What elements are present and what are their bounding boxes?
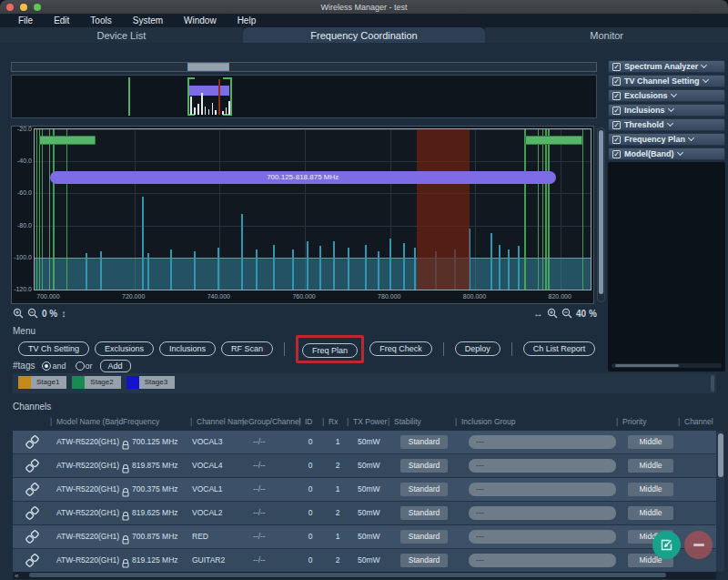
- panel-section-tv-channel-setting[interactable]: ✓TV Channel Setting: [608, 75, 725, 87]
- channel-row[interactable]: ATW-R5220(GH1)700.375 MHzVOCAL1--/--0150…: [13, 478, 716, 501]
- link-icon[interactable]: [25, 483, 39, 500]
- stability-dropdown[interactable]: Standard: [400, 530, 448, 544]
- panel-section-spectrum-analyzer[interactable]: ✓Spectrum Analyzer: [608, 60, 725, 73]
- frequency-plan-bar[interactable]: 700.125-818.875 MHz: [50, 171, 556, 184]
- channels-vscroll-thumb[interactable]: [718, 433, 723, 477]
- checkbox-icon[interactable]: ✓: [612, 136, 621, 144]
- panel-section-model-band-[interactable]: ✓Model(Band): [608, 148, 725, 160]
- channels-vscrollbar[interactable]: [716, 431, 724, 572]
- edit-channels-button[interactable]: [652, 531, 681, 559]
- vertical-resize-icon[interactable]: ↕: [61, 308, 66, 319]
- panel-section-frequency-plan[interactable]: ✓Frequency Plan: [608, 133, 725, 146]
- chevron-down-icon[interactable]: [701, 62, 707, 68]
- tag-chip-stage1[interactable]: Stage1: [18, 376, 66, 389]
- channel-row[interactable]: ATW-R5220(GH1)700.125 MHzVOCAL3--/--0150…: [13, 431, 716, 453]
- checkbox-icon[interactable]: ✓: [612, 63, 621, 71]
- chart-vscroll-thumb[interactable]: [599, 130, 603, 294]
- chart-vscrollbar[interactable]: [597, 127, 605, 302]
- spectrum-minimap[interactable]: [11, 75, 597, 118]
- overview-scroll-thumb[interactable]: [187, 63, 230, 71]
- channel-row[interactable]: ATW-R5220(GH1)819.625 MHzVOCAL2--/--0250…: [13, 502, 716, 524]
- link-icon[interactable]: [25, 506, 39, 524]
- spectrum-analyzer-chart[interactable]: 700.125-818.875 MHz -20.0-40.0-60.0-80.0…: [11, 126, 594, 304]
- checkbox-icon[interactable]: ✓: [612, 150, 621, 158]
- h-zoom-in-icon[interactable]: [547, 308, 558, 319]
- radio-or[interactable]: or: [76, 361, 93, 371]
- freq-check-button[interactable]: Freq Check: [369, 341, 432, 356]
- tab-device-list[interactable]: Device List: [0, 27, 243, 43]
- stability-dropdown[interactable]: Standard: [400, 435, 448, 449]
- chevron-down-icon[interactable]: [702, 76, 708, 83]
- chevron-down-icon[interactable]: [688, 135, 694, 141]
- panel-section-exclusions[interactable]: ✓Exclusions: [608, 89, 725, 102]
- horizontal-resize-icon[interactable]: ↔: [533, 308, 543, 319]
- inclusion-group-field[interactable]: ---: [469, 506, 616, 520]
- priority-dropdown[interactable]: Middle: [628, 483, 673, 496]
- checkbox-icon[interactable]: ✓: [612, 121, 621, 129]
- tag-chip-stage3[interactable]: Stage3: [126, 376, 175, 389]
- menubar-item-edit[interactable]: Edit: [54, 15, 69, 25]
- stability-dropdown[interactable]: Standard: [400, 483, 448, 496]
- tv-ch-setting-button[interactable]: TV Ch Setting: [18, 341, 89, 356]
- channel-row[interactable]: ATW-R5220(GH1)819.875 MHzVOCAL4--/--0250…: [13, 454, 716, 477]
- checkbox-icon[interactable]: ✓: [612, 77, 621, 86]
- zoom-out-icon[interactable]: [27, 308, 38, 319]
- channels-hscrollbar[interactable]: «: [13, 572, 716, 579]
- stability-dropdown[interactable]: Standard: [400, 554, 448, 567]
- menubar-item-file[interactable]: File: [18, 15, 33, 25]
- link-icon[interactable]: [25, 554, 39, 571]
- stability-dropdown[interactable]: Standard: [400, 459, 448, 473]
- radio-and[interactable]: and: [42, 361, 66, 371]
- menubar-item-window[interactable]: Window: [184, 15, 217, 25]
- checkbox-icon[interactable]: ✓: [612, 107, 621, 115]
- freq-plan-button[interactable]: Freq Plan: [302, 343, 358, 358]
- menubar-item-system[interactable]: System: [133, 15, 163, 25]
- inclusions-button[interactable]: Inclusions: [159, 341, 216, 356]
- priority-dropdown[interactable]: Middle: [628, 459, 673, 473]
- radio-icon[interactable]: [42, 361, 51, 371]
- spectrum-overview-scrollbar[interactable]: [11, 62, 597, 72]
- link-icon[interactable]: [25, 530, 39, 547]
- panel-section-label: Spectrum Analyzer: [624, 62, 698, 71]
- checkbox-icon[interactable]: ✓: [612, 92, 621, 100]
- chevron-down-icon[interactable]: [670, 91, 676, 97]
- ch-list-report-button[interactable]: Ch List Report: [523, 341, 596, 356]
- priority-dropdown[interactable]: Middle: [628, 506, 673, 520]
- tags-scrollbar[interactable]: [711, 375, 714, 392]
- zoom-in-icon[interactable]: [13, 308, 24, 319]
- priority-dropdown[interactable]: Middle: [628, 435, 673, 449]
- stability-dropdown[interactable]: Standard: [400, 506, 448, 520]
- inclusion-group-field[interactable]: ---: [469, 483, 616, 496]
- h-zoom-out-icon[interactable]: [561, 308, 572, 319]
- channels-hscroll-thumb[interactable]: [29, 573, 666, 577]
- inclusion-group-field[interactable]: ---: [469, 554, 616, 567]
- add-tag-button[interactable]: Add: [100, 360, 131, 372]
- hscroll-left-arrow-icon[interactable]: «: [15, 572, 18, 580]
- inclusion-group-field[interactable]: ---: [469, 435, 616, 449]
- inclusion-group-field[interactable]: ---: [469, 459, 616, 473]
- chevron-down-icon[interactable]: [667, 106, 673, 112]
- channel-row[interactable]: ATW-R5220(GH1)700.875 MHzRED--/--0150mWS…: [13, 525, 716, 548]
- frequency-value: 700.375 MHz: [132, 484, 178, 494]
- tab-frequency-coordination[interactable]: Frequency Coordination: [243, 27, 486, 43]
- link-icon[interactable]: [25, 459, 39, 476]
- side-panel-hscroll-thumb[interactable]: [615, 364, 679, 367]
- tab-monitor[interactable]: Monitor: [485, 27, 728, 43]
- chevron-down-icon[interactable]: [676, 149, 682, 156]
- chevron-down-icon[interactable]: [666, 120, 672, 127]
- exclusions-button[interactable]: Exclusions: [95, 341, 154, 356]
- radio-icon[interactable]: [76, 361, 85, 371]
- channel-row[interactable]: ATW-R5220(GH1)819.125 MHzGUITAR2--/--025…: [13, 549, 716, 572]
- side-panel-hscrollbar[interactable]: [612, 363, 722, 368]
- rf-scan-button[interactable]: RF Scan: [221, 341, 273, 356]
- deploy-button[interactable]: Deploy: [455, 341, 500, 356]
- tag-chip-stage2[interactable]: Stage2: [72, 376, 120, 389]
- panel-section-threshold[interactable]: ✓Threshold: [608, 118, 725, 131]
- remove-channel-button[interactable]: [684, 531, 713, 559]
- inclusion-group-field[interactable]: ---: [469, 530, 616, 544]
- panel-section-inclusions[interactable]: ✓Inclusions: [608, 104, 725, 117]
- link-icon[interactable]: [25, 435, 39, 453]
- spectrum-plot-area[interactable]: 700.125-818.875 MHz: [34, 128, 592, 290]
- menubar-item-tools[interactable]: Tools: [90, 15, 111, 25]
- menubar-item-help[interactable]: Help: [238, 15, 257, 25]
